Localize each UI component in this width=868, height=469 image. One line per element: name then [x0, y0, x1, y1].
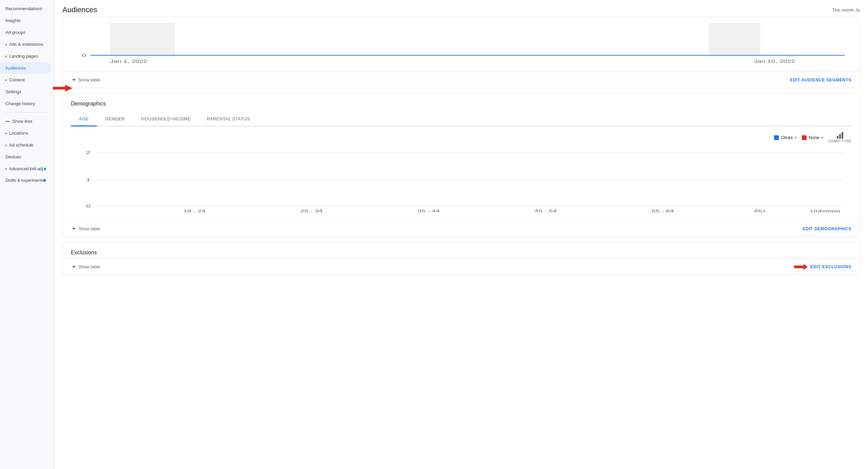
page-title: Audiences: [62, 5, 97, 14]
sidebar-item-content[interactable]: ▸ Content: [0, 74, 51, 86]
sidebar-item-label: Devices: [5, 154, 21, 159]
sidebar-item-label: Show less: [12, 119, 32, 124]
none-metric-selector[interactable]: None ▾: [802, 135, 823, 140]
sidebar-item-label: Recommendations: [5, 6, 42, 11]
sidebar-item-audiences[interactable]: Audiences: [0, 62, 51, 74]
demographics-show-table-row: Show table EDIT DEMOGRAPHICS: [63, 220, 860, 237]
svg-text:Jan 1, 2022: Jan 1, 2022: [110, 59, 147, 63]
tab-parental-status[interactable]: PARENTAL STATUS: [199, 112, 258, 126]
bar2: [839, 134, 841, 139]
exclusions-header: Exclusions: [63, 243, 860, 256]
top-show-table-row: Show table EDIT AUDIENCE SEGMENTS: [63, 72, 860, 88]
sidebar-item-label: Drafts & experiments: [5, 178, 43, 183]
sidebar-item-label: Change history: [5, 101, 35, 106]
chart-controls: Clicks ▾ None ▾ CHART TYPE: [63, 126, 860, 146]
edit-exclusions-button[interactable]: EDIT EXCLUSIONS: [810, 265, 851, 269]
chevron-down-icon: ▾: [821, 136, 823, 139]
sidebar-item-label: Ad groups: [5, 30, 25, 35]
tab-household-income[interactable]: HOUSEHOLD INCOME: [133, 112, 199, 126]
arrow-icon: [53, 84, 73, 92]
svg-text:25 - 34: 25 - 34: [300, 209, 323, 213]
svg-text:1: 1: [86, 177, 91, 182]
audience-section: 0 Jan 1, 2022 Jan 10, 2022 Show table ED…: [62, 17, 860, 88]
top-chart-area: 0 Jan 1, 2022 Jan 10, 2022: [63, 17, 860, 72]
none-color-indicator: [802, 135, 807, 140]
dot-indicator: [44, 168, 46, 170]
sidebar-item-label: Advanced bid adj.: [9, 166, 44, 171]
demographics-chart-svg: 2 1 0 18 - 24 25 - 34 35 - 44 45 - 54 55…: [71, 146, 851, 214]
chevron-icon: ▸: [5, 143, 7, 147]
sidebar: Recommendations Insights Ad groups ▸ Ads…: [0, 0, 54, 469]
date-range: This month Ja: [832, 7, 860, 13]
sidebar-item-ad-groups[interactable]: Ad groups: [0, 26, 51, 38]
edit-audience-segments-button[interactable]: EDIT AUDIENCE SEGMENTS: [790, 78, 851, 82]
sidebar-item-settings[interactable]: Settings: [0, 86, 51, 98]
sidebar-item-label: Landing pages: [9, 54, 38, 59]
sidebar-item-change-history[interactable]: Change history: [0, 98, 51, 110]
sidebar-item-label: Locations: [9, 131, 28, 136]
sidebar-arrow: [53, 84, 73, 92]
chevron-icon: ▸: [5, 42, 7, 46]
tab-gender[interactable]: GENDER: [97, 112, 133, 126]
edit-demographics-button[interactable]: EDIT DEMOGRAPHICS: [803, 227, 851, 231]
chart-type-button[interactable]: CHART TYPE: [828, 132, 851, 143]
sidebar-item-locations[interactable]: ▸ Locations: [0, 127, 51, 139]
chevron-icon: ▸: [5, 131, 7, 135]
chart-type-label: CHART TYPE: [828, 139, 851, 143]
dot-indicator: [43, 179, 46, 182]
clicks-metric-selector[interactable]: Clicks ▾: [774, 135, 796, 140]
demographics-title: Demographics: [71, 101, 851, 107]
exclusions-title: Exclusions: [71, 250, 851, 256]
svg-marker-0: [53, 85, 73, 92]
sidebar-item-landing-pages[interactable]: ▸ Landing pages: [0, 50, 51, 62]
svg-text:55 - 64: 55 - 64: [652, 209, 674, 213]
sidebar-item-drafts-experiments[interactable]: Drafts & experiments: [0, 175, 51, 186]
bar1: [837, 136, 839, 139]
sidebar-item-ads-extensions[interactable]: ▸ Ads & extensions: [0, 38, 51, 50]
bar3: [842, 132, 843, 139]
sidebar-item-recommendations[interactable]: Recommendations: [0, 3, 51, 15]
sidebar-item-show-less[interactable]: Show less: [0, 115, 54, 127]
edit-exclusions-container: EDIT EXCLUSIONS: [794, 263, 851, 270]
sidebar-divider: [5, 112, 48, 113]
dash-icon: [5, 121, 9, 122]
sidebar-item-label: Content: [9, 77, 25, 82]
exclusions-show-table-row: Show table EDIT EXCLUSIONS: [63, 258, 860, 275]
chevron-down-icon: [72, 79, 76, 81]
main-content: Audiences This month Ja 0 Jan 1, 2022 Ja…: [54, 0, 868, 469]
exclusions-show-table-button[interactable]: Show table: [71, 263, 101, 271]
chevron-icon: ▸: [5, 167, 7, 171]
svg-text:2: 2: [86, 150, 91, 155]
svg-text:45 - 54: 45 - 54: [535, 209, 557, 213]
sidebar-item-ad-schedule[interactable]: ▸ Ad schedule: [0, 139, 51, 151]
exclusions-arrow-icon: [794, 263, 808, 270]
sidebar-item-label: Settings: [5, 89, 21, 94]
sidebar-item-label: Ads & extensions: [9, 42, 43, 47]
tab-age[interactable]: AGE: [71, 112, 97, 126]
svg-text:65+: 65+: [754, 209, 767, 213]
page-header: Audiences This month Ja: [54, 0, 868, 17]
show-table-label: Show table: [78, 264, 100, 269]
svg-text:Jan 10, 2022: Jan 10, 2022: [754, 59, 795, 63]
chevron-down-icon: [72, 266, 76, 268]
sidebar-item-insights[interactable]: Insights: [0, 15, 51, 26]
sidebar-item-label: Audiences: [5, 65, 26, 71]
svg-rect-2: [708, 23, 760, 55]
chevron-down-icon: ▾: [795, 136, 796, 139]
demographics-chart-area: 2 1 0 18 - 24 25 - 34 35 - 44 45 - 54 55…: [63, 146, 860, 220]
demographics-show-table-button[interactable]: Show table: [71, 225, 101, 233]
sidebar-item-devices[interactable]: Devices: [0, 151, 51, 163]
svg-text:0: 0: [86, 204, 91, 209]
show-table-button[interactable]: Show table: [71, 76, 101, 84]
chevron-icon: ▸: [5, 78, 7, 82]
bar-chart-icon: [837, 132, 843, 139]
svg-text:18 - 24: 18 - 24: [183, 209, 206, 213]
show-table-label: Show table: [78, 77, 100, 82]
clicks-label: Clicks: [781, 135, 793, 140]
sidebar-item-label: Ad schedule: [9, 142, 34, 148]
chevron-icon: ▸: [5, 54, 7, 58]
clicks-color-indicator: [774, 135, 779, 140]
sidebar-item-advanced-bid[interactable]: ▸ Advanced bid adj.: [0, 163, 51, 175]
none-label: None: [809, 135, 819, 140]
show-table-label: Show table: [78, 226, 100, 231]
